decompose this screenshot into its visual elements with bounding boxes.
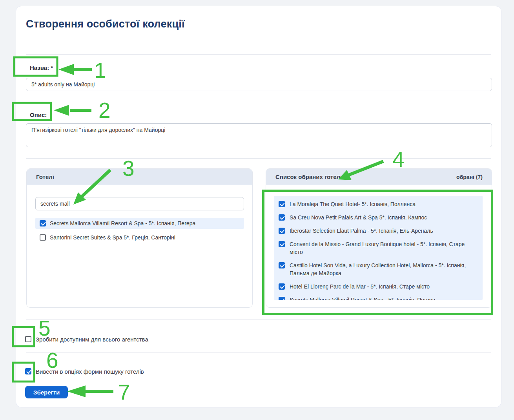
page: Створення особистої колекції Назва: * Оп…: [0, 0, 514, 420]
selected-hotel-label: Convent de la Missio - Grand Luxury Bout…: [290, 240, 478, 256]
hotels-panel-title: Готелі: [36, 173, 54, 180]
option-agency-row[interactable]: Зробити доступним для всього агентства: [25, 336, 148, 342]
description-textarea[interactable]: П’ятизіркові готелі "тільки для дорослих…: [26, 123, 492, 147]
selected-hotel-row[interactable]: Hotel El Llorenç Parc de la Mar - 5*. Іс…: [274, 280, 483, 293]
search-form-label: Вивести в опціях форми пошуку готелів: [36, 368, 144, 375]
selected-panel-header: Список обраних готелів обрані (7): [266, 169, 492, 185]
hotels-panel-body: Secrets Mallorca Villamil Resort & Spa -…: [27, 185, 252, 243]
selected-hotels-panel: Список обраних готелів обрані (7) La Mor…: [266, 168, 492, 308]
save-button[interactable]: Зберегти: [25, 386, 68, 398]
selected-hotel-row[interactable]: Sa Creu Nova Petit Palais Art & Spa 5*. …: [274, 211, 483, 224]
selected-panel-title: Список обраних готелів: [275, 173, 345, 180]
hotel-result-row[interactable]: Santorini Secret Suites & Spa 5*. Греція…: [35, 232, 244, 243]
selected-hotel-checkbox[interactable]: [279, 214, 285, 221]
selected-hotel-row[interactable]: Secrets Mallorca Villamil Resort & Spa -…: [274, 293, 483, 300]
selected-hotel-row[interactable]: La Moraleja The Quiet Hotel- 5*. Іспанія…: [274, 197, 483, 211]
divider: [26, 352, 491, 352]
selected-hotel-label: La Moraleja The Quiet Hotel- 5*. Іспанія…: [290, 200, 416, 208]
selected-hotel-label: Castillo Hotel Son Vida, a Luxury Collec…: [290, 261, 478, 277]
hotel-checkbox[interactable]: [40, 220, 46, 226]
divider: [26, 320, 491, 320]
agency-access-checkbox[interactable]: [25, 336, 31, 342]
hotel-search-results: Secrets Mallorca Villamil Resort & Spa -…: [35, 218, 244, 243]
page-title: Створення особистої колекції: [26, 18, 185, 30]
selected-hotel-checkbox[interactable]: [279, 297, 285, 300]
divider: [26, 100, 491, 100]
hotel-checkbox[interactable]: [40, 234, 46, 241]
hotel-result-label: Santorini Secret Suites & Spa 5*. Греція…: [50, 234, 175, 241]
name-label: Назва: *: [30, 64, 53, 71]
hotel-search-input[interactable]: [35, 197, 244, 210]
selected-hotel-row[interactable]: Convent de la Missio - Grand Luxury Bout…: [274, 237, 483, 259]
selected-hotel-checkbox[interactable]: [279, 262, 285, 268]
selected-hotel-row[interactable]: Iberostar Selection Llaut Palma - 5*. Іс…: [274, 224, 483, 237]
collection-form-card: Створення особистої колекції Назва: * Оп…: [16, 6, 501, 407]
divider: [26, 158, 491, 159]
selected-counter: обрані (7): [456, 174, 483, 180]
selected-hotel-label: Sa Creu Nova Petit Palais Art & Spa 5*. …: [290, 214, 427, 221]
selected-hotels-list: La Moraleja The Quiet Hotel- 5*. Іспанія…: [274, 196, 483, 300]
selected-hotel-row[interactable]: Castillo Hotel Son Vida, a Luxury Collec…: [274, 259, 483, 280]
selected-hotel-label: Iberostar Selection Llaut Palma - 5*. Іс…: [290, 227, 433, 235]
selected-hotel-checkbox[interactable]: [279, 241, 285, 247]
hotels-panel-header: Готелі: [27, 169, 252, 185]
name-input[interactable]: [26, 78, 492, 91]
divider: [26, 54, 491, 55]
selected-hotel-label: Hotel El Llorenç Parc de la Mar - 5*. Іс…: [290, 283, 430, 290]
description-label: Опис:: [30, 111, 47, 118]
search-form-checkbox[interactable]: [25, 368, 31, 374]
selected-hotel-checkbox[interactable]: [279, 228, 285, 234]
selected-hotel-checkbox[interactable]: [279, 201, 285, 207]
hotels-search-panel: Готелі Secrets Mallorca Villamil Resort …: [26, 168, 253, 308]
hotel-result-label: Secrets Mallorca Villamil Resort & Spa -…: [50, 220, 195, 226]
selected-hotel-checkbox[interactable]: [279, 283, 285, 290]
option-search-form-row[interactable]: Вивести в опціях форми пошуку готелів: [25, 368, 144, 374]
agency-access-label: Зробити доступним для всього агентства: [36, 336, 148, 343]
selected-hotel-label: Secrets Mallorca Villamil Resort & Spa -…: [290, 296, 435, 300]
hotel-result-row[interactable]: Secrets Mallorca Villamil Resort & Spa -…: [35, 218, 244, 229]
